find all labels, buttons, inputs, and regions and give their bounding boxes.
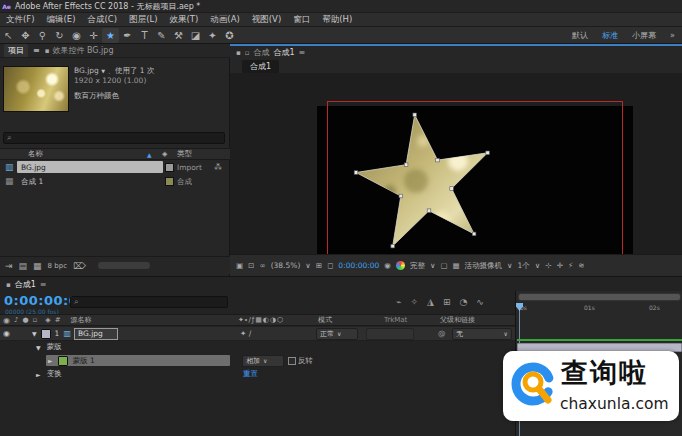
menu-composition[interactable]: 合成(C) xyxy=(82,14,124,26)
timeline-button-icon[interactable]: ≋ xyxy=(578,261,584,270)
timeline-comp-tab[interactable]: 合成1 xyxy=(15,279,36,290)
transform-row[interactable]: ► 变换 重置 xyxy=(0,368,515,380)
workspace-overflow-icon[interactable]: » xyxy=(663,31,682,40)
resolution-value[interactable]: 完整 xyxy=(410,261,425,271)
workspace-default[interactable]: 默认 xyxy=(565,30,595,41)
parent-dropdown[interactable]: 无 ∨ xyxy=(452,328,512,340)
transform-twirl-icon[interactable]: ► xyxy=(36,371,41,378)
project-menu-icon[interactable]: ≡ xyxy=(31,46,42,55)
grid-guides-icon[interactable]: ⊹ xyxy=(545,261,551,270)
transparency-grid-icon[interactable]: ▦ xyxy=(452,261,459,270)
project-item-row-bg[interactable]: ▥ BG.jpg Import ⁂ xyxy=(0,161,230,174)
project-search-input[interactable]: ⌕ xyxy=(3,132,225,144)
horizontal-scrollbar[interactable] xyxy=(98,262,150,269)
trkmat-header[interactable]: TrkMat xyxy=(384,316,407,324)
source-name-header[interactable]: 源名称 xyxy=(71,315,92,325)
brush-tool-button[interactable]: ✎ xyxy=(153,28,170,43)
label-column-icon[interactable]: ◈ xyxy=(162,150,167,158)
region-of-interest-icon[interactable]: ▢ xyxy=(440,261,447,270)
parent-link-header[interactable]: 父级和链接 xyxy=(440,315,475,325)
column-name-header[interactable]: 名称 xyxy=(28,149,43,159)
roto-brush-tool-button[interactable]: ✦ xyxy=(204,28,221,43)
star-mask-layer[interactable] xyxy=(230,73,682,254)
menu-help[interactable]: 帮助(H) xyxy=(316,14,358,26)
motion-blur-icon[interactable]: ◔ xyxy=(459,297,467,307)
interpret-footage-icon[interactable]: ⇥ xyxy=(5,261,13,271)
pen-tool-button[interactable]: ✒ xyxy=(119,28,136,43)
type-tool-button[interactable]: T xyxy=(136,28,153,43)
draft-3d-icon[interactable]: ✧ xyxy=(410,297,418,307)
masks-group-row[interactable]: ▼ 蒙版 xyxy=(0,341,515,353)
fast-preview-icon[interactable]: ⚡ xyxy=(568,261,573,270)
menu-file[interactable]: 文件(F) xyxy=(0,14,41,26)
layer-switches-icons[interactable]: ✦ ∕ xyxy=(240,329,251,338)
zoom-tool-button[interactable]: ⚲ xyxy=(34,28,51,43)
view-count-caret-icon[interactable]: ∨ xyxy=(535,261,541,270)
tab-project[interactable]: 项目 xyxy=(4,44,28,57)
workspace-standard[interactable]: 标准 xyxy=(595,30,625,41)
menu-animation[interactable]: 动画(A) xyxy=(204,14,245,26)
layer-twirl-icon[interactable]: ▼ xyxy=(32,330,37,337)
rotate-tool-button[interactable]: ↻ xyxy=(51,28,68,43)
comp-current-time[interactable]: 0:00:00:00 xyxy=(338,261,379,270)
clone-stamp-tool-button[interactable]: ⚒ xyxy=(170,28,187,43)
layer-visibility-eye-icon[interactable]: ◉ xyxy=(3,329,10,338)
masks-twirl-icon[interactable]: ▼ xyxy=(36,344,41,351)
pixel-aspect-icon[interactable]: ✛ xyxy=(557,261,563,270)
view-count-value[interactable]: 1个 xyxy=(518,261,530,271)
snapshot-icon[interactable]: ◉ xyxy=(384,261,391,270)
new-folder-icon[interactable]: ▤ xyxy=(19,261,28,271)
trash-icon[interactable]: ⌦ xyxy=(73,261,86,271)
mask-name[interactable]: 蒙版 1 xyxy=(73,356,95,366)
project-item-name[interactable]: 合成 1 xyxy=(21,177,43,187)
mask-row[interactable]: ► 蒙版 1 相加 ∨ 反转 xyxy=(0,354,515,367)
lock-icon[interactable]: ▫ xyxy=(245,49,250,57)
parent-pick-whip-icon[interactable]: @ xyxy=(438,329,446,338)
layer-label-chip[interactable] xyxy=(41,329,51,339)
channels-icon[interactable] xyxy=(396,261,405,270)
mask-color-chip[interactable] xyxy=(58,356,68,366)
menu-effect[interactable]: 效果(T) xyxy=(164,14,205,26)
layer-name[interactable]: BG.jpg xyxy=(74,328,118,340)
frame-blend-icon[interactable]: ⊞ xyxy=(443,297,451,307)
mask-visibility-icon[interactable]: ◻ xyxy=(327,261,333,270)
footage-caret-icon[interactable]: ▼ xyxy=(101,68,105,74)
pan-behind-tool-button[interactable]: ✛ xyxy=(85,28,102,43)
mask-twirl-icon[interactable]: ► xyxy=(48,357,53,364)
hand-tool-button[interactable]: ✥ xyxy=(17,28,34,43)
magnification-caret-icon[interactable]: ∨ xyxy=(305,261,311,270)
safe-margins-icon[interactable]: ⊞ xyxy=(316,261,322,270)
view-options-icon[interactable]: ∞ xyxy=(259,261,265,270)
menu-layer[interactable]: 图层(L) xyxy=(123,14,163,26)
mask-inverted-checkbox[interactable] xyxy=(288,357,296,365)
graph-editor-icon[interactable]: ∿ xyxy=(476,297,484,307)
timeline-search-input[interactable]: ⌕ xyxy=(70,296,228,308)
always-preview-icon[interactable]: ▣ xyxy=(236,261,243,270)
menu-view[interactable]: 视图(V) xyxy=(246,14,287,26)
comp-panel-menu-icon[interactable]: ≡ xyxy=(299,48,306,57)
camera-caret-icon[interactable]: ∨ xyxy=(507,261,513,270)
project-item-name[interactable]: BG.jpg xyxy=(21,163,46,172)
menu-edit[interactable]: 编辑(E) xyxy=(41,14,82,26)
work-area-bar[interactable] xyxy=(518,293,681,301)
menu-window[interactable]: 窗口 xyxy=(287,14,316,26)
selection-tool-button[interactable]: ↖ xyxy=(0,28,17,43)
trkmat-dropdown[interactable] xyxy=(366,328,414,340)
sort-arrow-icon[interactable]: ▲ xyxy=(147,151,152,158)
active-camera-value[interactable]: 活动摄像机 xyxy=(465,261,503,271)
layer-row-bg[interactable]: ◉ ▼ 1 ▥ BG.jpg ✦ ∕ 正常 ∨ @ 无 ∨ xyxy=(0,327,515,341)
workspace-small-screen[interactable]: 小屏幕 xyxy=(625,30,663,41)
new-composition-icon[interactable]: ▦ xyxy=(33,261,42,271)
timeline-menu-icon[interactable]: ≡ xyxy=(40,280,47,289)
item-label-swatch[interactable] xyxy=(165,163,174,172)
comp-viewer[interactable] xyxy=(230,73,682,254)
magnification-value[interactable]: (38.5%) xyxy=(271,261,301,270)
bit-depth-button[interactable]: 8 bpc xyxy=(48,262,67,270)
project-item-row[interactable]: ▦ 合成 1 合成 xyxy=(0,175,230,188)
shy-layers-icon[interactable]: ◮ xyxy=(427,297,434,307)
mask-mode-dropdown[interactable]: 相加 ∨ xyxy=(242,355,284,367)
transform-reset-link[interactable]: 重置 xyxy=(243,369,258,379)
mini-flowchart-icon[interactable]: ⌁ xyxy=(396,297,401,307)
puppet-pin-tool-button[interactable]: ✪ xyxy=(221,28,238,43)
mode-header[interactable]: 模式 xyxy=(318,315,332,325)
